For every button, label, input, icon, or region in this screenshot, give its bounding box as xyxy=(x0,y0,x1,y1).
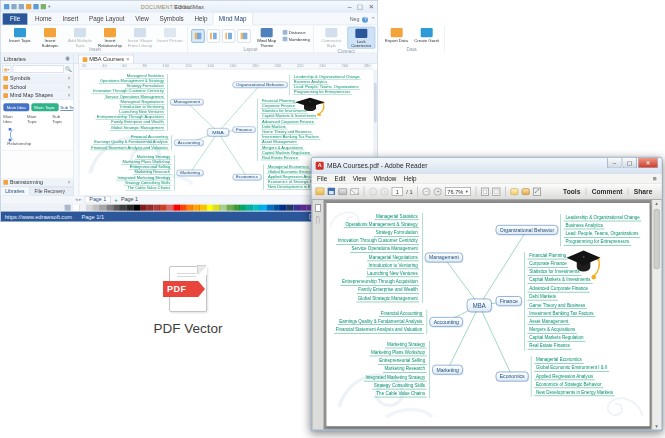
mindmap-subtopic[interactable]: Introduction to Venturing xyxy=(367,262,420,269)
vertical-scrollbar[interactable]: ▲ ▼ xyxy=(652,200,661,430)
color-swatch[interactable] xyxy=(293,204,300,210)
ribbon-button-export-data[interactable]: Export Data xyxy=(383,27,411,43)
collapse-ribbon-icon[interactable]: ⌃ xyxy=(371,17,375,23)
mindmap-subtopic[interactable]: Marketing Plans Workshop xyxy=(369,350,426,357)
color-swatch[interactable] xyxy=(300,204,307,210)
scroll-up-icon[interactable]: ▲ xyxy=(652,201,661,206)
color-swatch[interactable] xyxy=(167,204,174,210)
mindmap-subtopic[interactable]: Financial Planning xyxy=(261,99,297,103)
mindmap-subtopic[interactable]: Global Strategic Management xyxy=(109,126,165,130)
relationship-shape[interactable]: Relationship xyxy=(7,129,70,146)
mindmap-center-node[interactable]: MBA xyxy=(467,299,492,312)
zoom-level-select[interactable]: 76.7% ▼ xyxy=(445,187,470,196)
branch-node-organizational-behavior[interactable]: Organizational Behavior xyxy=(233,82,288,88)
mindmap-subtopic[interactable]: Applied Regression Analysis xyxy=(534,373,595,380)
color-swatch[interactable] xyxy=(147,204,154,210)
color-swatch[interactable] xyxy=(187,204,194,210)
mindmap-subtopic[interactable]: Global Economic Environment I & II xyxy=(534,365,609,372)
section-close-icon[interactable]: × xyxy=(68,179,71,185)
mindmap-subtopic[interactable]: Game Theory and Business xyxy=(261,130,314,134)
mindmap-subtopic[interactable]: Launching New Ventures xyxy=(366,271,420,278)
scrollbar-thumb[interactable] xyxy=(654,209,660,269)
tab-insert[interactable]: Insert xyxy=(57,13,84,24)
mindmap-subtopic[interactable]: Economics of Strategic Behavior xyxy=(534,381,603,388)
mindmap-subtopic[interactable]: Marketing Plans Workshop xyxy=(121,160,172,164)
action-share[interactable]: Share xyxy=(628,188,658,195)
ribbon-button-insert-shape-from-library[interactable]: Insert Shape From Library xyxy=(126,27,154,48)
mindmap-subtopic[interactable]: Strategy Formulation xyxy=(374,230,419,237)
branch-node-economics[interactable]: Economics xyxy=(233,174,262,180)
tab-file-recovery[interactable]: File Recovery xyxy=(30,187,70,195)
mindmap-subtopic[interactable]: Financial Planning xyxy=(527,253,567,260)
mindmap-subtopic[interactable]: Asset Management xyxy=(261,141,298,145)
mindmap-subtopic[interactable]: Marketing Strategy xyxy=(135,155,172,159)
color-swatch[interactable] xyxy=(260,204,267,210)
zoom-in-icon[interactable]: + xyxy=(434,187,442,195)
color-swatch[interactable] xyxy=(127,204,134,210)
open-icon[interactable] xyxy=(316,188,325,195)
branch-node-organizational-behavior[interactable]: Organizational Behavior xyxy=(496,225,558,235)
branch-node-finance[interactable]: Finance xyxy=(233,127,256,133)
tab-file[interactable]: File xyxy=(3,13,28,24)
mindmap-subtopic[interactable]: Programming for Entrepreneurs xyxy=(564,239,631,246)
mindmap-subtopic[interactable]: Mergers & Acquisitions xyxy=(527,327,577,334)
page-tab[interactable]: Page 1 xyxy=(85,196,111,203)
branch-node-finance[interactable]: Finance xyxy=(496,296,522,306)
main-topic-shape[interactable]: Main Topic xyxy=(31,103,58,111)
color-swatch[interactable] xyxy=(273,204,280,210)
email-icon[interactable] xyxy=(350,188,359,195)
print-icon[interactable] xyxy=(338,188,347,195)
mindmap-subtopic[interactable]: Integrated Marketing Strategy xyxy=(364,374,427,381)
sidebar-section-school[interactable]: School × xyxy=(1,83,74,92)
mindmap-subtopic[interactable]: Capital Markets Regulation xyxy=(527,335,585,342)
highlight-icon[interactable] xyxy=(521,188,529,195)
action-comment[interactable]: Comment xyxy=(586,188,628,195)
mindmap-subtopic[interactable]: Integrated Marketing Strategy xyxy=(116,176,172,180)
section-close-icon[interactable]: × xyxy=(68,75,71,81)
mindmap-subtopic[interactable]: Financial Statement Analysis and Valuati… xyxy=(334,327,424,334)
mindmap-subtopic[interactable]: Entrepreneurship Through Acquisition xyxy=(95,116,165,120)
mindmap-subtopic[interactable]: Business Analytics xyxy=(564,223,605,230)
section-close-icon[interactable]: × xyxy=(68,84,71,90)
color-swatch[interactable] xyxy=(247,204,254,210)
color-swatch[interactable] xyxy=(73,204,80,210)
mindmap-subtopic[interactable]: Innovation Through Customer Centricity xyxy=(336,238,419,245)
ribbon-button-add-multiple-topic[interactable]: Add Multiple Topic xyxy=(66,27,94,48)
tab-symbols[interactable]: Symbols xyxy=(154,13,189,24)
mindmap-subtopic[interactable]: Managerial Economics xyxy=(534,357,583,364)
mindmap-subtopic[interactable]: Lead: People, Teams, Organizations xyxy=(293,85,360,89)
mindmap-subtopic[interactable]: Operations Management & Strategy xyxy=(344,221,420,228)
mindmap-subtopic[interactable]: Leadership & Organizational Change xyxy=(564,214,642,221)
color-swatch[interactable] xyxy=(100,204,107,210)
color-swatch[interactable] xyxy=(153,204,160,210)
ribbon-button-insert-subtopic[interactable]: Insert Subtopic xyxy=(36,27,64,48)
ribbon-button-numbering[interactable]: Numbering xyxy=(283,37,310,42)
mindmap-subtopic[interactable]: Global Strategic Management xyxy=(356,295,419,302)
color-swatch[interactable] xyxy=(207,204,214,210)
menu-view[interactable]: View xyxy=(353,175,367,182)
close-icon[interactable]: ✕ xyxy=(638,158,659,169)
layout-option-4[interactable] xyxy=(237,29,250,42)
mindmap-subtopic[interactable]: The Cable Value Chains xyxy=(375,391,427,398)
mindmap-subtopic[interactable]: Corporate Finance xyxy=(527,261,568,268)
ribbon-button-insert-picture[interactable]: Insert Picture xyxy=(156,27,184,43)
statusbar-url[interactable]: https://www.edrawsoft.com xyxy=(5,213,72,220)
mindmap-subtopic[interactable]: Corporate Finance xyxy=(261,104,297,108)
mindmap-subtopic[interactable]: New Developments in Energy Markets xyxy=(534,390,615,397)
maximize-icon[interactable]: ▢ xyxy=(622,158,637,169)
ribbon-button-insert-relationship[interactable]: Insert Relationship xyxy=(96,27,124,48)
main-idea-shape[interactable]: Main Idea xyxy=(3,103,29,111)
color-swatch[interactable] xyxy=(93,204,100,210)
mindmap-subtopic[interactable]: Operations Management & Strategy xyxy=(98,79,165,83)
tab-libraries[interactable]: Libraries xyxy=(1,187,30,195)
branch-node-accounting[interactable]: Accounting xyxy=(430,317,463,327)
color-swatch[interactable] xyxy=(233,204,240,210)
sidebar-section-symbols[interactable]: Symbols × xyxy=(1,74,74,83)
ribbon-button-distance[interactable]: Distance xyxy=(283,30,310,35)
minimize-icon[interactable]: – xyxy=(348,3,352,10)
help-icon[interactable]: ? xyxy=(362,17,368,23)
sticky-note-icon[interactable] xyxy=(510,188,518,195)
color-swatch[interactable] xyxy=(140,204,147,210)
mindmap-subtopic[interactable]: Strategy Consulting Skills xyxy=(372,383,427,390)
color-swatch[interactable] xyxy=(200,204,207,210)
